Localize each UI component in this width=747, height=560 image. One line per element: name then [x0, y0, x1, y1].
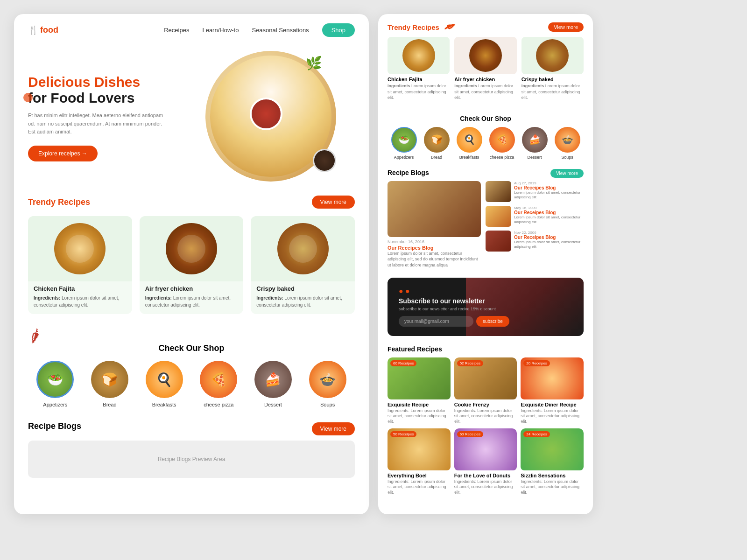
hero-section: Delicious Dishes for Food Lovers Et has …: [14, 46, 369, 186]
shop-circle-appetizers: 🥗: [36, 361, 74, 398]
featured-grid: 60 Receipes Exquisite Recipe Ingredients…: [388, 357, 584, 496]
right-blog-thumb-2: [486, 231, 511, 252]
shop-item-dessert[interactable]: 🍰 Dessert: [254, 361, 292, 407]
blogs-title-left: Recipe Blogs: [28, 421, 81, 431]
featured-card-1[interactable]: 52 Receipes Cookie Frenzy Ingredients: L…: [454, 357, 517, 425]
shop-circle-breakfasts: 🍳: [146, 361, 183, 398]
subscribe-form: subscribe: [399, 316, 572, 327]
featured-desc-3: Ingredients: Lorem ipsum dolor sit amet,…: [388, 479, 451, 496]
recipe-cards-container: Chicken Fajita Ingredients: Lorem ipsum …: [28, 216, 355, 314]
chili-decoration: 🌶: [25, 326, 44, 346]
featured-badge-0: 60 Receipes: [390, 360, 416, 366]
right-shop-circle-pizza: 🍕: [489, 127, 515, 153]
right-blog-item-0[interactable]: Aug 27, 2019 Our Receipes Blog Lorem ips…: [486, 181, 584, 202]
blogs-view-more[interactable]: View more: [312, 422, 355, 435]
right-recipe-desc-0: Ingredients Lorem ipsum dolor sit amet, …: [388, 83, 450, 101]
trendy-title-suffix: Recipes: [58, 197, 90, 207]
featured-name-1: Cookie Frenzy: [454, 402, 517, 407]
right-blog-main-title: Our Receipes Blog: [388, 245, 481, 251]
recipe-ingredients-0: Ingredients: Lorem ipsum dolor sit amet,…: [34, 294, 127, 308]
right-shop-pizza[interactable]: 🍕 cheese pizza: [489, 127, 515, 160]
right-shop-circle-breakfasts: 🍳: [457, 127, 482, 153]
shop-label-soups: Soups: [309, 402, 346, 407]
recipe-card-0[interactable]: Chicken Fajita Ingredients: Lorem ipsum …: [28, 216, 132, 314]
right-shop-breakfasts[interactable]: 🍳 Breakfasts: [457, 127, 482, 160]
featured-card-5[interactable]: 24 Receipes Sizzlin Sensations Ingredien…: [521, 428, 584, 496]
nav-learn[interactable]: Learn/How-to: [202, 27, 239, 34]
recipe-name-0: Chicken Fajita: [34, 285, 127, 292]
featured-row-1: 50 Receipes Everything Boel Ingredients:…: [388, 428, 584, 496]
featured-name-2: Exquisite Diner Recipe: [521, 402, 584, 407]
subscribe-title: Subscribe to our newsletter: [399, 297, 572, 305]
shop-label-pizza: cheese pizza: [200, 402, 237, 407]
right-panel: Trendy Recipes 🌶 View more Chicken Fajit…: [378, 14, 593, 514]
featured-card-3[interactable]: 50 Receipes Everything Boel Ingredients:…: [388, 428, 451, 496]
shop-section: 🌶 Check Our Shop 🥗 Appetizers 🍞 Bread 🍳 …: [14, 323, 369, 417]
featured-card-0[interactable]: 60 Receipes Exquisite Recipe Ingredients…: [388, 357, 451, 425]
explore-button[interactable]: Explore receipes →: [28, 146, 98, 161]
shop-item-soups[interactable]: 🍲 Soups: [309, 361, 346, 407]
shop-item-breakfasts[interactable]: 🍳 Breakfasts: [146, 361, 183, 407]
featured-card-2[interactable]: 20 Receipes Exquisite Diner Recipe Ingre…: [521, 357, 584, 425]
subscribe-subtitle: subscribe to our newsletter and recive 1…: [399, 307, 572, 311]
right-shop-appetizers[interactable]: 🥗 Appetizers: [391, 127, 417, 160]
recipe-ingredients-2: Ingredients: Lorem ipsum dolor sit amet,…: [256, 294, 349, 308]
recipe-card-2[interactable]: Crispy baked Ingredients: Lorem ipsum do…: [251, 216, 355, 314]
nav-recipes[interactable]: Receipes: [164, 27, 189, 34]
featured-desc-0: Ingredients: Lorem ipsum dolor sit amet,…: [388, 408, 451, 425]
featured-desc-2: Ingredients: Lorem ipsum dolor sit amet,…: [521, 408, 584, 425]
featured-desc-4: Ingredients: Lorem ipsum dolor sit amet,…: [454, 479, 517, 496]
shop-button[interactable]: Shop: [322, 23, 355, 37]
right-shop-dessert[interactable]: 🍰 Dessert: [522, 127, 548, 160]
trendy-label: Trendy: [28, 197, 56, 207]
right-blog-main-image: [388, 181, 481, 237]
logo-text: food: [40, 25, 58, 35]
right-blogs-view-more[interactable]: View more: [550, 169, 584, 178]
right-blog-item-1[interactable]: May 16, 2009 Our Receipes Blog Lorem ips…: [486, 206, 584, 227]
right-recipe-card-0[interactable]: Chicken Fajita Ingredients Lorem ipsum d…: [388, 37, 450, 101]
trendy-header: Trendy Recipes View more: [28, 196, 355, 209]
right-shop-bread[interactable]: 🍞 Bread: [424, 127, 450, 160]
shop-label-appetizers: Appetizers: [36, 402, 74, 407]
subscribe-submit-btn[interactable]: subscribe: [476, 316, 509, 327]
right-recipe-name-1: Air fryer chicken: [454, 77, 516, 82]
right-blog-item-2[interactable]: Nov 22, 2006 Our Receipes Blog Lorem ips…: [486, 231, 584, 252]
featured-badge-5: 24 Receipes: [523, 431, 550, 437]
shop-circle-pizza: 🍕: [200, 361, 237, 398]
nav-seasonal[interactable]: Seasonal Sensations: [252, 27, 309, 34]
featured-card-4[interactable]: 60 Receipes For the Love of Donuts Ingre…: [454, 428, 517, 496]
right-blog-main[interactable]: November 16, 2016 Our Receipes Blog Lore…: [388, 181, 481, 268]
shop-items-container: 🥗 Appetizers 🍞 Bread 🍳 Breakfasts 🍕 chee…: [28, 361, 355, 407]
right-trendy-section: Trendy Recipes 🌶 View more Chicken Fajit…: [378, 14, 593, 110]
recipe-info-1: Air fryer chicken Ingredients: Lorem ips…: [140, 281, 244, 308]
right-view-all-btn[interactable]: View more: [548, 22, 584, 32]
right-shop-soups[interactable]: 🍲 Soups: [555, 127, 580, 160]
right-recipe-cards: Chicken Fajita Ingredients Lorem ipsum d…: [388, 37, 584, 101]
recipe-name-2: Crispy baked: [256, 285, 349, 292]
right-recipe-card-2[interactable]: Crispy baked Ingredients Lorem ipsum dol…: [521, 37, 584, 101]
recipe-card-1[interactable]: Air fryer chicken Ingredients: Lorem ips…: [140, 216, 244, 314]
trendy-title: Trendy Recipes: [28, 197, 90, 207]
left-panel: 🍴 food Receipes Learn/How-to Seasonal Se…: [14, 14, 369, 514]
right-trendy-title: Trendy Recipes 🌶: [388, 21, 454, 32]
right-shop-circle-soups: 🍲: [555, 127, 580, 153]
right-shop-circle-dessert: 🍰: [522, 127, 548, 153]
right-shop-items: 🥗 Appetizers 🍞 Bread 🍳 Breakfasts 🍕 chee…: [388, 127, 584, 160]
featured-section: Featured Recipes 60 Receipes Exquisite R…: [378, 341, 593, 500]
sauce-bowl: [250, 98, 282, 130]
main-nav: 🍴 food Receipes Learn/How-to Seasonal Se…: [14, 14, 369, 46]
logo-icon: 🍴: [28, 25, 38, 35]
right-recipe-name-2: Crispy baked: [521, 77, 584, 82]
right-food-circle-2: [536, 39, 569, 72]
right-blog-list: Aug 27, 2019 Our Receipes Blog Lorem ips…: [486, 181, 584, 268]
subscribe-email-input[interactable]: [399, 316, 473, 327]
shop-item-bread[interactable]: 🍞 Bread: [91, 361, 128, 407]
trendy-view-more[interactable]: View more: [312, 196, 355, 209]
shop-item-pizza[interactable]: 🍕 cheese pizza: [200, 361, 237, 407]
shop-item-appetizers[interactable]: 🥗 Appetizers: [36, 361, 74, 407]
hero-title-orange: Delicious Dishes: [28, 74, 168, 90]
logo[interactable]: 🍴 food: [28, 25, 58, 35]
right-recipe-card-1[interactable]: Air fryer chicken Ingredients Lorem ipsu…: [454, 37, 516, 101]
shop-circle-bread: 🍞: [91, 361, 128, 398]
subscribe-content: ● ● Subscribe to our newsletter subscrib…: [399, 287, 572, 327]
